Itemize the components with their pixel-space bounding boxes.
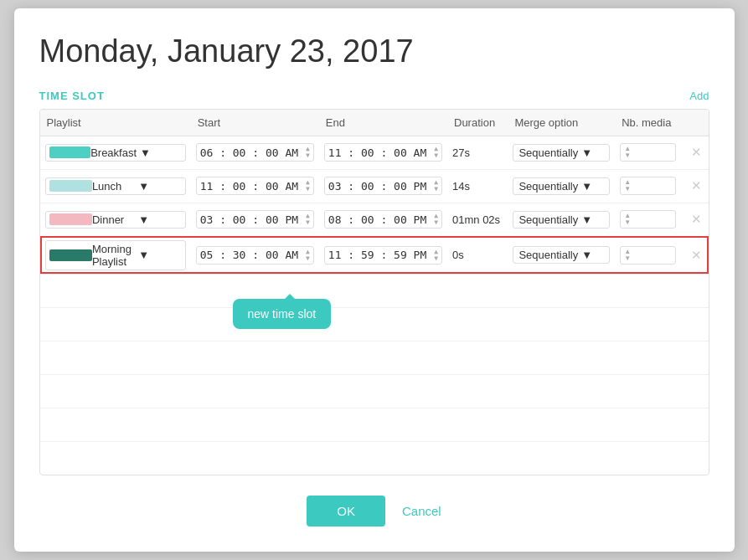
down-arrow-icon[interactable]: ▼ bbox=[624, 186, 631, 193]
nb-media-field[interactable]: ▲ ▼ bbox=[620, 210, 676, 229]
end-field[interactable]: 08 : 00 : 00 PM ▲ ▼ bbox=[324, 210, 442, 229]
delete-icon[interactable]: ✕ bbox=[691, 212, 702, 226]
cancel-link[interactable]: Cancel bbox=[402, 504, 441, 518]
merge-cell[interactable]: Sequentially ▼ bbox=[508, 236, 615, 274]
table-container: Playlist Start End Duration Merge option… bbox=[39, 109, 709, 476]
start-cell[interactable]: 06 : 00 : 00 AM ▲ ▼ bbox=[191, 136, 319, 169]
down-arrow-icon[interactable]: ▼ bbox=[434, 152, 438, 159]
nb-media-cell[interactable]: ▲ ▼ bbox=[615, 136, 681, 169]
end-field[interactable]: 11 : 00 : 00 AM ▲ ▼ bbox=[324, 143, 442, 162]
end-cell[interactable]: 03 : 00 : 00 PM ▲ ▼ bbox=[319, 169, 447, 203]
duration-value: 0s bbox=[452, 249, 464, 261]
empty-row bbox=[40, 408, 709, 441]
down-arrow-icon[interactable]: ▼ bbox=[306, 152, 310, 159]
merge-cell[interactable]: Sequentially ▼ bbox=[508, 203, 615, 236]
delete-icon[interactable]: ✕ bbox=[691, 145, 702, 159]
down-arrow-icon[interactable]: ▼ bbox=[624, 219, 631, 226]
duration-cell: 27s bbox=[447, 136, 508, 169]
end-arrows[interactable]: ▲ ▼ bbox=[434, 146, 438, 159]
merge-value: Sequentially bbox=[518, 180, 578, 193]
nb-media-arrows[interactable]: ▲ ▼ bbox=[624, 249, 631, 262]
playlist-cell[interactable]: Dinner ▼ bbox=[40, 203, 191, 236]
dialog-title: Monday, January 23, 2017 bbox=[39, 33, 709, 69]
nb-media-field[interactable]: ▲ ▼ bbox=[620, 143, 676, 162]
down-arrow-icon[interactable]: ▼ bbox=[624, 255, 631, 262]
end-cell[interactable]: 08 : 00 : 00 PM ▲ ▼ bbox=[319, 203, 447, 236]
playlist-select[interactable]: Morning Playlist ▼ bbox=[45, 240, 186, 270]
start-field[interactable]: 03 : 00 : 00 PM ▲ ▼ bbox=[196, 210, 314, 229]
section-header: TIME SLOT Add bbox=[39, 90, 709, 102]
start-arrows[interactable]: ▲ ▼ bbox=[306, 146, 310, 159]
col-playlist: Playlist bbox=[40, 110, 191, 136]
table-row: Dinner ▼ 03 : 00 : 00 PM ▲ ▼ 08 : 00 : 0… bbox=[40, 203, 709, 236]
playlist-cell[interactable]: Lunch ▼ bbox=[40, 169, 191, 203]
callout-arrow bbox=[283, 287, 297, 301]
down-arrow-icon[interactable]: ▼ bbox=[306, 255, 310, 262]
merge-select[interactable]: Sequentially ▼ bbox=[513, 211, 610, 229]
end-field[interactable]: 11 : 59 : 59 PM ▲ ▼ bbox=[324, 246, 442, 265]
duration-value: 14s bbox=[452, 180, 470, 193]
nb-media-cell[interactable]: ▲ ▼ bbox=[615, 203, 681, 236]
col-nb-media: Nb. media bbox=[615, 110, 681, 136]
nb-media-field[interactable]: ▲ ▼ bbox=[620, 177, 676, 195]
merge-select[interactable]: Sequentially ▼ bbox=[513, 177, 610, 195]
merge-value: Sequentially bbox=[518, 213, 578, 226]
end-arrows[interactable]: ▲ ▼ bbox=[434, 213, 438, 226]
end-arrows[interactable]: ▲ ▼ bbox=[434, 179, 438, 193]
delete-cell[interactable]: ✕ bbox=[681, 169, 709, 203]
merge-cell[interactable]: Sequentially ▼ bbox=[508, 136, 615, 169]
down-arrow-icon[interactable]: ▼ bbox=[624, 152, 631, 159]
ok-button[interactable]: OK bbox=[307, 496, 385, 527]
playlist-cell[interactable]: Morning Playlist ▼ bbox=[40, 236, 191, 274]
delete-cell[interactable]: ✕ bbox=[681, 203, 709, 236]
nb-media-arrows[interactable]: ▲ ▼ bbox=[624, 179, 631, 193]
chevron-down-icon: ▼ bbox=[581, 249, 604, 261]
end-field[interactable]: 03 : 00 : 00 PM ▲ ▼ bbox=[324, 177, 442, 195]
start-arrows[interactable]: ▲ ▼ bbox=[306, 213, 310, 226]
down-arrow-icon[interactable]: ▼ bbox=[434, 255, 438, 262]
col-end: End bbox=[319, 110, 447, 136]
col-duration: Duration bbox=[447, 110, 508, 136]
start-cell[interactable]: 03 : 00 : 00 PM ▲ ▼ bbox=[191, 203, 319, 236]
playlist-select[interactable]: Breakfast ▼ bbox=[45, 144, 186, 162]
end-cell[interactable]: 11 : 00 : 00 AM ▲ ▼ bbox=[319, 136, 447, 169]
col-merge: Merge option bbox=[508, 110, 615, 136]
delete-cell[interactable]: ✕ bbox=[681, 236, 709, 274]
nb-media-arrows[interactable]: ▲ ▼ bbox=[624, 213, 631, 226]
playlist-select[interactable]: Dinner ▼ bbox=[45, 211, 186, 229]
start-arrows[interactable]: ▲ ▼ bbox=[306, 179, 310, 193]
add-link[interactable]: Add bbox=[689, 90, 709, 102]
start-field[interactable]: 11 : 00 : 00 AM ▲ ▼ bbox=[196, 177, 314, 195]
callout: new time slot bbox=[233, 299, 332, 329]
footer: OK Cancel bbox=[39, 496, 709, 527]
down-arrow-icon[interactable]: ▼ bbox=[434, 219, 438, 226]
nb-media-field[interactable]: ▲ ▼ bbox=[620, 246, 676, 265]
empty-row bbox=[40, 441, 709, 475]
end-arrows[interactable]: ▲ ▼ bbox=[434, 249, 438, 262]
playlist-select[interactable]: Lunch ▼ bbox=[45, 177, 186, 195]
start-field[interactable]: 05 : 30 : 00 AM ▲ ▼ bbox=[196, 246, 314, 265]
start-cell[interactable]: 11 : 00 : 00 AM ▲ ▼ bbox=[191, 169, 319, 203]
start-value: 05 : 30 : 00 AM bbox=[200, 249, 304, 261]
merge-select[interactable]: Sequentially ▼ bbox=[513, 246, 610, 264]
merge-cell[interactable]: Sequentially ▼ bbox=[508, 169, 615, 203]
merge-select[interactable]: Sequentially ▼ bbox=[513, 144, 610, 162]
playlist-cell[interactable]: Breakfast ▼ bbox=[40, 136, 191, 169]
start-arrows[interactable]: ▲ ▼ bbox=[306, 249, 310, 262]
chevron-down-icon: ▼ bbox=[138, 180, 181, 193]
chevron-down-icon: ▼ bbox=[138, 249, 181, 261]
nb-media-arrows[interactable]: ▲ ▼ bbox=[624, 146, 631, 159]
delete-cell[interactable]: ✕ bbox=[681, 136, 709, 169]
end-cell[interactable]: 11 : 59 : 59 PM ▲ ▼ bbox=[319, 236, 447, 274]
nb-media-cell[interactable]: ▲ ▼ bbox=[615, 236, 681, 274]
start-cell[interactable]: 05 : 30 : 00 AM ▲ ▼ bbox=[191, 236, 319, 274]
nb-media-cell[interactable]: ▲ ▼ bbox=[615, 169, 681, 203]
down-arrow-icon[interactable]: ▼ bbox=[434, 186, 438, 193]
table-row: Morning Playlist ▼ 05 : 30 : 00 AM ▲ ▼ 1… bbox=[40, 236, 709, 274]
start-field[interactable]: 06 : 00 : 00 AM ▲ ▼ bbox=[196, 143, 314, 162]
delete-icon[interactable]: ✕ bbox=[691, 248, 702, 262]
delete-icon[interactable]: ✕ bbox=[691, 178, 702, 193]
merge-value: Sequentially bbox=[518, 146, 578, 159]
down-arrow-icon[interactable]: ▼ bbox=[306, 219, 310, 226]
down-arrow-icon[interactable]: ▼ bbox=[306, 186, 310, 193]
